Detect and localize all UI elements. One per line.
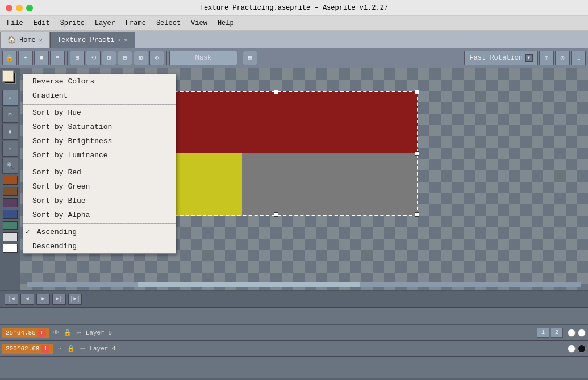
home-icon: 🏠 bbox=[7, 36, 16, 44]
add-button[interactable]: + bbox=[18, 51, 33, 65]
fg-bg-color[interactable] bbox=[2, 70, 18, 86]
menu-frame[interactable]: Frame bbox=[121, 18, 151, 28]
palette-color-3[interactable] bbox=[3, 198, 18, 207]
palette-color-5[interactable] bbox=[3, 221, 18, 230]
magic-wand-button[interactable]: ⊙ bbox=[149, 51, 164, 65]
menu-sort-saturation[interactable]: Sort by Saturation bbox=[23, 120, 176, 134]
palette-color-4[interactable] bbox=[3, 210, 18, 219]
layer5-link[interactable]: ⟷ bbox=[74, 329, 84, 336]
menu-bar: File Edit Sprite Layer Frame Select View… bbox=[0, 16, 588, 31]
rotate-button[interactable]: ⟲ bbox=[86, 51, 101, 65]
extra-btn-2[interactable]: ⊙ bbox=[539, 51, 554, 65]
menu-edit[interactable]: Edit bbox=[29, 18, 55, 28]
timeline-controls: |◄ ◄ ► ►| |►| bbox=[0, 291, 588, 308]
menu-gradient[interactable]: Gradient bbox=[23, 89, 176, 103]
extra-btn-4[interactable]: … bbox=[571, 51, 586, 65]
layer5-vis[interactable]: 👁 bbox=[52, 329, 61, 336]
tab-texture[interactable]: Texture Practi ● ✕ bbox=[50, 32, 135, 48]
layer5-lock[interactable]: 🔒 bbox=[63, 329, 72, 336]
palette-color-7[interactable] bbox=[3, 244, 18, 253]
layer-row-5[interactable]: 25*64.85 ! 👁 🔒 ⟷ Layer 5 1 2 bbox=[0, 325, 588, 341]
last-frame-btn[interactable]: |►| bbox=[68, 294, 82, 305]
warning-icon-2: ! bbox=[41, 345, 49, 353]
layers-panel: 25*64.85 ! 👁 🔒 ⟷ Layer 5 1 2 200*62.68 !… bbox=[0, 324, 588, 378]
tab-texture-close[interactable]: ✕ bbox=[124, 37, 127, 44]
select-ellipse-button[interactable]: ⊟ bbox=[118, 51, 132, 65]
layer4-lock[interactable]: 🔒 bbox=[66, 345, 76, 352]
layer4-circle-1[interactable] bbox=[568, 345, 576, 353]
horizontal-scrollbar[interactable] bbox=[25, 282, 583, 287]
layer4-link[interactable]: ⟷ bbox=[78, 345, 87, 352]
tab-home-close[interactable]: ✕ bbox=[39, 37, 43, 44]
menu-view[interactable]: View bbox=[186, 18, 212, 28]
extra-btn-3[interactable]: ◎ bbox=[555, 51, 570, 65]
extra-btn-1[interactable]: ⊞ bbox=[243, 51, 257, 65]
menu-sort-red[interactable]: Sort by Red bbox=[23, 165, 176, 179]
tab-modified-dot: ● bbox=[118, 37, 121, 43]
tab-home[interactable]: 🏠 Home ✕ bbox=[0, 32, 50, 48]
rotation-dropdown[interactable]: Fast Rotation ▼ bbox=[464, 51, 538, 65]
frame-num-2[interactable]: 2 bbox=[551, 328, 563, 338]
layer4-vis[interactable]: ~ bbox=[55, 345, 64, 352]
scrollbar-thumb[interactable] bbox=[138, 282, 360, 287]
menu-sprite[interactable]: Sprite bbox=[56, 18, 89, 28]
play-btn[interactable]: ► bbox=[36, 294, 50, 305]
menu-button[interactable]: ≡ bbox=[50, 51, 65, 65]
mask-button[interactable]: Mask bbox=[169, 51, 237, 65]
palette-color-6[interactable] bbox=[3, 232, 18, 241]
next-frame-btn[interactable]: ►| bbox=[52, 294, 66, 305]
timeline: |◄ ◄ ► ►| |►| bbox=[0, 290, 588, 324]
fg-color-swatch[interactable] bbox=[2, 70, 14, 82]
menu-sep-1 bbox=[23, 104, 176, 105]
toolbar: 🔒 + ■ ≡ ⊞ ⟲ ⊡ ⊟ ⊠ ⊙ Mask ⊞ Fast Rotation… bbox=[0, 48, 588, 68]
menu-help[interactable]: Help bbox=[213, 18, 239, 28]
first-frame-btn[interactable]: |◄ bbox=[5, 294, 18, 305]
lock-button[interactable]: 🔒 bbox=[2, 51, 17, 65]
menu-sort-brightness[interactable]: Sort by Brightness bbox=[23, 134, 176, 148]
layer5-circle-1[interactable] bbox=[568, 329, 576, 337]
menu-file[interactable]: File bbox=[2, 18, 28, 28]
select-rect-button[interactable]: ⊡ bbox=[102, 51, 116, 65]
menu-reverse-colors[interactable]: Reverse Colors bbox=[23, 74, 176, 89]
prev-frame-btn[interactable]: ◄ bbox=[20, 294, 34, 305]
layer4-circle-2[interactable] bbox=[578, 345, 586, 353]
rotation-dropdown-arrow: ▼ bbox=[525, 54, 533, 62]
menu-ascending[interactable]: ✓ Ascending bbox=[23, 225, 176, 239]
title-bar: Texture Practicing.aseprite – Aseprite v… bbox=[0, 0, 588, 16]
close-traffic-light[interactable] bbox=[6, 5, 12, 11]
maximize-traffic-light[interactable] bbox=[26, 5, 33, 11]
menu-sort-luminance[interactable]: Sort by Luminance bbox=[23, 148, 176, 162]
grid-button[interactable]: ⊞ bbox=[70, 51, 85, 65]
minimize-traffic-light[interactable] bbox=[16, 5, 23, 11]
size-value-1: 25*64.85 bbox=[6, 329, 36, 336]
menu-sort-hue[interactable]: Sort by Hue bbox=[23, 106, 176, 120]
layer5-frames: 1 2 bbox=[535, 328, 565, 338]
menu-sep-3 bbox=[23, 223, 176, 224]
menu-sort-blue[interactable]: Sort by Blue bbox=[23, 194, 176, 208]
menu-sort-alpha[interactable]: Sort by Alpha bbox=[23, 208, 176, 222]
select-lasso-button[interactable]: ⊠ bbox=[134, 51, 148, 65]
warning-icon-1: ! bbox=[38, 329, 46, 337]
menu-layer[interactable]: Layer bbox=[90, 18, 120, 28]
toolbar-sep-2 bbox=[166, 51, 167, 65]
layer-row-4[interactable]: 200*62.68 ! ~ 🔒 ⟷ Layer 4 bbox=[0, 341, 588, 357]
eraser-tool[interactable]: ⊡ bbox=[2, 107, 18, 123]
menu-sort-green[interactable]: Sort by Green bbox=[23, 179, 176, 194]
fill-tool[interactable]: ⧫ bbox=[2, 124, 18, 140]
eyedropper-tool[interactable]: ✦ bbox=[2, 141, 18, 157]
menu-select[interactable]: Select bbox=[152, 18, 185, 28]
status-bar: Texture Practicing.aseprite ⊡ 32 32 ↕ 15… bbox=[0, 378, 588, 380]
size-display-2: 200*62.68 ! bbox=[2, 344, 53, 354]
square-button[interactable]: ■ bbox=[34, 51, 49, 65]
canvas-content bbox=[134, 91, 418, 216]
tabs-bar: 🏠 Home ✕ Texture Practi ● ✕ bbox=[0, 31, 588, 48]
zoom-tool[interactable]: 🔍 bbox=[2, 158, 18, 174]
palette-color-1[interactable] bbox=[3, 176, 18, 185]
layer5-circle-2[interactable] bbox=[578, 329, 586, 337]
menu-descending[interactable]: Descending bbox=[23, 239, 176, 253]
frame-num-1[interactable]: 1 bbox=[537, 328, 549, 338]
traffic-lights bbox=[6, 5, 33, 11]
pencil-tool[interactable]: ✏ bbox=[2, 90, 18, 106]
palette-color-2[interactable] bbox=[3, 187, 18, 196]
canvas-red-block bbox=[134, 91, 418, 153]
